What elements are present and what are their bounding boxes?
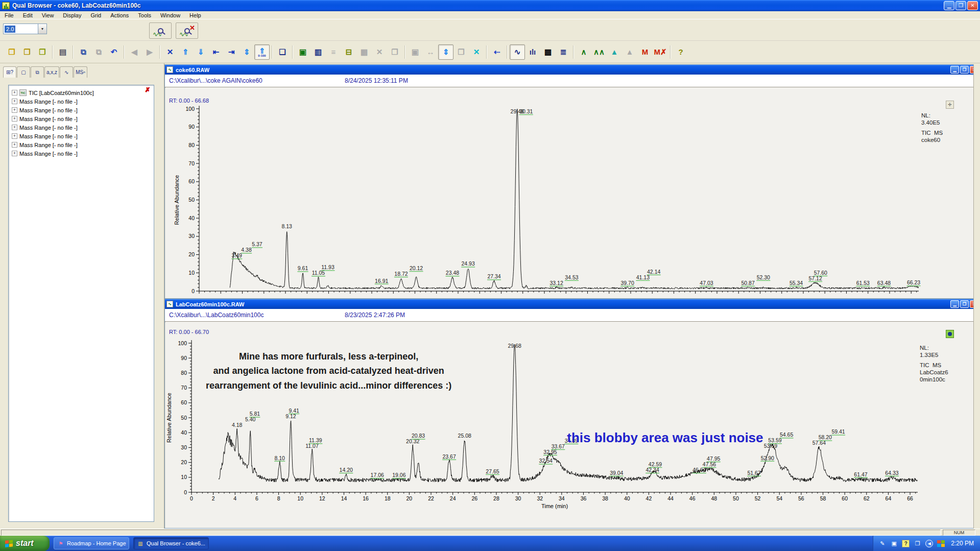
tree-item-3[interactable]: +✗Mass Range [- no file -] bbox=[10, 114, 153, 123]
panel2-chart-area[interactable]: RT: 0.00 - 66.70 NL:1.33E5TIC MSLabCoatz… bbox=[165, 322, 979, 528]
tree-expander-icon[interactable]: + bbox=[12, 107, 17, 113]
tree-item-7[interactable]: +✗Mass Range [- no file -] bbox=[10, 149, 153, 158]
expand-cell-button[interactable]: ✕ bbox=[162, 44, 178, 60]
task-buttons: ⚑Roadmap - Home Page▥Qual Browser - coke… bbox=[50, 537, 209, 549]
panel1-title-bar[interactable]: ∿ coke60.RAW ▁ ❐ ✕ bbox=[165, 65, 979, 75]
map-view-button[interactable]: ▩ bbox=[540, 44, 556, 60]
help-button[interactable]: ? bbox=[673, 44, 688, 60]
chromatogram-coke60[interactable]: 0102030405060708090100Relative Abundance… bbox=[165, 87, 979, 298]
panel1-chart-area[interactable]: RT: 0.00 - 66.68 NL:3.40E5TIC MScoke60 ✛… bbox=[165, 87, 979, 298]
insert-cell-button[interactable]: ❏ bbox=[275, 44, 290, 60]
panel2-title-bar[interactable]: ∿ LabCoatz60min100c.RAW ▁ ❐ ✕ bbox=[165, 299, 979, 309]
maximize-button[interactable]: ❐ bbox=[955, 1, 966, 10]
start-button[interactable]: start bbox=[0, 536, 50, 551]
x-tick-label: 44 bbox=[667, 495, 674, 501]
print-button[interactable]: ▤ bbox=[55, 44, 70, 60]
tree-item-6[interactable]: +✗Mass Range [- no file -] bbox=[10, 140, 153, 149]
taskbar-task[interactable]: ⚑Roadmap - Home Page bbox=[54, 537, 129, 549]
menu-edit[interactable]: Edit bbox=[18, 12, 37, 19]
menu-file[interactable]: File bbox=[0, 12, 18, 19]
reset-zoom-button[interactable]: ✕ bbox=[469, 44, 484, 60]
tab-chro[interactable]: ∿ bbox=[60, 66, 73, 78]
menu-grid[interactable]: Grid bbox=[86, 12, 106, 19]
clear-zoom-range-button[interactable]: ∿∿ ✕ bbox=[176, 22, 198, 39]
pan-right-button[interactable]: ⇥ bbox=[224, 44, 239, 60]
hide-icons-chevron[interactable]: ◀ bbox=[925, 540, 933, 547]
library-clear-button[interactable]: M✗ bbox=[653, 44, 668, 60]
help-tray-icon[interactable]: ? bbox=[902, 540, 910, 547]
display-options-button[interactable]: ▣ bbox=[295, 44, 310, 60]
menu-display[interactable]: Display bbox=[58, 12, 86, 19]
taskbar-task[interactable]: ▥Qual Browser - coke6... bbox=[133, 537, 209, 549]
undo-button[interactable]: ↶ bbox=[106, 44, 122, 60]
tree-expander-icon[interactable]: + bbox=[12, 90, 17, 95]
pan-left-button[interactable]: ⇤ bbox=[208, 44, 224, 60]
tree-item-0[interactable]: +TICTIC [LabCoatz60min100c] bbox=[10, 88, 153, 97]
pen-tray-icon[interactable]: ✎ bbox=[878, 540, 886, 547]
open-sequence-button[interactable]: ❒ bbox=[35, 44, 50, 60]
copy-button[interactable]: ⧉ bbox=[76, 44, 91, 60]
scale-up-icon: ⇑ bbox=[182, 48, 189, 56]
windows-tray-icon[interactable] bbox=[937, 540, 945, 547]
tree-expander-icon[interactable]: + bbox=[12, 116, 17, 122]
close-button[interactable]: ✕ bbox=[967, 1, 978, 10]
apply-zoom-range-button[interactable]: ∿∿ bbox=[149, 22, 172, 39]
menu-view[interactable]: View bbox=[37, 12, 59, 19]
minimize-button[interactable]: ▁ bbox=[944, 1, 954, 10]
tab-msn[interactable]: MSⁿ bbox=[74, 66, 87, 78]
list-view-button[interactable]: ≣ bbox=[556, 44, 571, 60]
tab-cell[interactable]: ▢ bbox=[17, 66, 30, 78]
panel1-maximize-button[interactable]: ❐ bbox=[960, 66, 969, 74]
tab-axz[interactable]: a,x,z bbox=[44, 66, 59, 78]
tree-item-2[interactable]: +✗Mass Range [- no file -] bbox=[10, 106, 153, 114]
normalize-0-100-button[interactable]: ⇑0-100 bbox=[254, 44, 270, 60]
menu-window[interactable]: Window bbox=[156, 12, 185, 19]
tree-expander-icon[interactable]: + bbox=[12, 142, 17, 148]
window-tray-icon[interactable]: ❐ bbox=[914, 540, 921, 547]
num-lock-indicator: NUM bbox=[943, 530, 975, 536]
tree-item-5[interactable]: +✗Mass Range [- no file -] bbox=[10, 132, 153, 140]
report-view-button[interactable]: ▥ bbox=[310, 44, 326, 60]
fit-vertical-button[interactable]: ⇕ bbox=[438, 44, 453, 60]
ranges-tree[interactable]: +TICTIC [LabCoatz60min100c]+✗Mass Range … bbox=[8, 85, 154, 522]
spectrum-view-button[interactable]: ılı bbox=[525, 44, 540, 60]
x-tick-label: 52 bbox=[755, 495, 761, 501]
tree-expander-icon[interactable]: + bbox=[12, 133, 17, 139]
zoom-range-combobox[interactable]: 2.0 ▼ bbox=[3, 23, 47, 34]
panel1-minimize-button[interactable]: ▁ bbox=[950, 66, 959, 74]
menu-help[interactable]: Help bbox=[185, 12, 206, 19]
cell-info-button[interactable]: ⊟ bbox=[341, 44, 356, 60]
panel2-maximize-button[interactable]: ❐ bbox=[960, 300, 969, 308]
tree-expander-icon[interactable]: + bbox=[12, 151, 17, 156]
tab-info[interactable]: ⊞? bbox=[3, 66, 16, 78]
x-tick-label: 40 bbox=[624, 495, 630, 501]
scale-up-button[interactable]: ⇑ bbox=[178, 44, 193, 60]
open-file-button[interactable]: ❒ bbox=[4, 44, 19, 60]
menu-actions[interactable]: Actions bbox=[106, 12, 133, 19]
prev-trace-button[interactable]: ⇠ bbox=[489, 44, 505, 60]
add-peak-button[interactable]: ▲ bbox=[607, 44, 622, 60]
scale-down-button[interactable]: ⇓ bbox=[193, 44, 208, 60]
help-icon: ? bbox=[678, 48, 683, 56]
peak-detect-all-button[interactable]: ∧∧ bbox=[591, 44, 607, 60]
autorange-y-button[interactable]: ⇕ bbox=[239, 44, 254, 60]
combo-dropdown-arrow[interactable]: ▼ bbox=[38, 24, 46, 34]
chromatogram-view-button[interactable]: ∿ bbox=[510, 44, 525, 60]
tab-nodes[interactable]: ⧉ bbox=[31, 66, 44, 78]
x-tick-label: 4 bbox=[233, 495, 236, 501]
tree-expander-icon[interactable]: + bbox=[12, 125, 17, 130]
tablet-tray-icon[interactable]: ▣ bbox=[890, 540, 898, 547]
menu-tools[interactable]: Tools bbox=[133, 12, 156, 19]
taskbar: start ⚑Roadmap - Home Page▥Qual Browser … bbox=[0, 536, 980, 551]
peak-detect-button[interactable]: ∧ bbox=[576, 44, 591, 60]
open-raw-button[interactable]: ❒ bbox=[19, 44, 35, 60]
tree-item-1[interactable]: +✗Mass Range [- no file -] bbox=[10, 97, 153, 106]
tree-expander-icon[interactable]: + bbox=[12, 99, 17, 104]
chromatogram-labcoatz60min100c[interactable]: 0102030405060708090100Relative Abundance… bbox=[165, 322, 979, 528]
library-search-button[interactable]: M bbox=[637, 44, 653, 60]
x-tick-label: 8 bbox=[277, 495, 280, 501]
tree-item-4[interactable]: +✗Mass Range [- no file -] bbox=[10, 123, 153, 132]
panel2-minimize-button[interactable]: ▁ bbox=[950, 300, 959, 308]
right-splitter-strip[interactable] bbox=[973, 64, 980, 529]
y-tick-label: 60 bbox=[188, 178, 195, 184]
